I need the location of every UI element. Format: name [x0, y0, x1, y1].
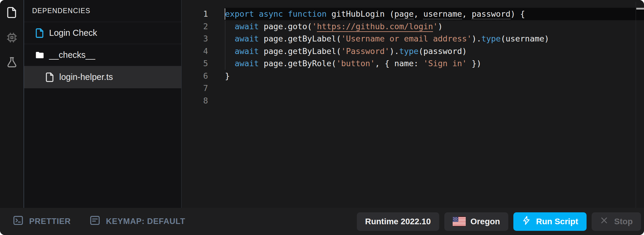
runtime-button[interactable]: Runtime 2022.10: [357, 212, 439, 231]
code-line[interactable]: export async function gitHubLogin (page,…: [225, 8, 549, 20]
code-lines: export async function gitHubLogin (page,…: [225, 8, 549, 107]
sidebar-item-label: Login Check: [49, 28, 97, 38]
line-number: 8: [182, 95, 208, 107]
code-editor[interactable]: 12345678 export async function gitHubLog…: [182, 0, 644, 208]
sidebar-item-checks-folder[interactable]: __checks__: [24, 44, 181, 66]
region-button[interactable]: Oregon: [444, 212, 509, 231]
keymap-status[interactable]: KEYMAP: DEFAULT: [89, 215, 185, 228]
prettier-status[interactable]: PRETTIER: [12, 215, 71, 228]
code-line[interactable]: }: [225, 70, 549, 82]
files-tab-button[interactable]: [5, 7, 18, 20]
keymap-icon: [89, 215, 101, 228]
line-number: 7: [182, 82, 208, 95]
chip-icon: [6, 31, 18, 45]
tests-tab-button[interactable]: [5, 57, 18, 70]
file-icon: [6, 6, 18, 20]
folder-icon: [35, 50, 44, 60]
run-script-label: Run Script: [536, 217, 578, 226]
code-line[interactable]: await page.getByLabel('Password').type(p…: [225, 45, 549, 58]
code-line[interactable]: [225, 95, 549, 107]
sidebar-item-login-helper[interactable]: login-helper.ts: [24, 66, 181, 88]
us-flag-icon: [453, 217, 466, 226]
code-line[interactable]: [225, 82, 549, 95]
dependencies-header: DEPENDENCIES: [24, 0, 181, 22]
code-line[interactable]: await page.getByRole('button', { name: '…: [225, 57, 549, 70]
dependencies-panel: DEPENDENCIES Login Check __checks__: [24, 0, 182, 208]
close-icon: [600, 216, 608, 227]
keymap-label: KEYMAP: DEFAULT: [106, 217, 185, 226]
runtime-label: Runtime 2022.10: [365, 217, 431, 226]
file-icon: [45, 72, 54, 82]
line-number: 6: [182, 70, 208, 82]
activity-bar: [0, 0, 24, 208]
sidebar-item-login-check[interactable]: Login Check: [24, 22, 181, 44]
prettier-label: PRETTIER: [29, 217, 71, 226]
run-script-button[interactable]: Run Script: [513, 212, 587, 231]
bolt-icon: [522, 216, 531, 227]
editor-scrollbar[interactable]: [636, 2, 644, 208]
flask-icon: [6, 56, 18, 70]
scrollbar-cursor-marker: [636, 8, 644, 10]
line-number: 4: [182, 45, 208, 58]
stop-label: Stop: [614, 217, 633, 226]
terminal-icon: [12, 215, 24, 228]
sidebar-item-label: __checks__: [49, 50, 95, 60]
line-number: 3: [182, 33, 208, 45]
region-label: Oregon: [471, 217, 500, 226]
code-line[interactable]: await page.goto('https://github.com/logi…: [225, 20, 549, 33]
code-line[interactable]: await page.getByLabel('Username or email…: [225, 33, 549, 45]
line-number: 5: [182, 57, 208, 70]
line-number-gutter: 12345678: [182, 8, 213, 107]
runtime-tab-button[interactable]: [5, 32, 18, 45]
line-number: 2: [182, 20, 208, 33]
stop-button[interactable]: Stop: [592, 212, 641, 231]
status-bar: PRETTIER KEYMAP: DEFAULT Runtime 2022.10: [0, 208, 644, 235]
file-icon: [35, 28, 44, 38]
sidebar-item-label: login-helper.ts: [59, 72, 113, 82]
line-number: 1: [182, 8, 208, 20]
editor-window: DEPENDENCIES Login Check __checks__: [0, 0, 644, 235]
